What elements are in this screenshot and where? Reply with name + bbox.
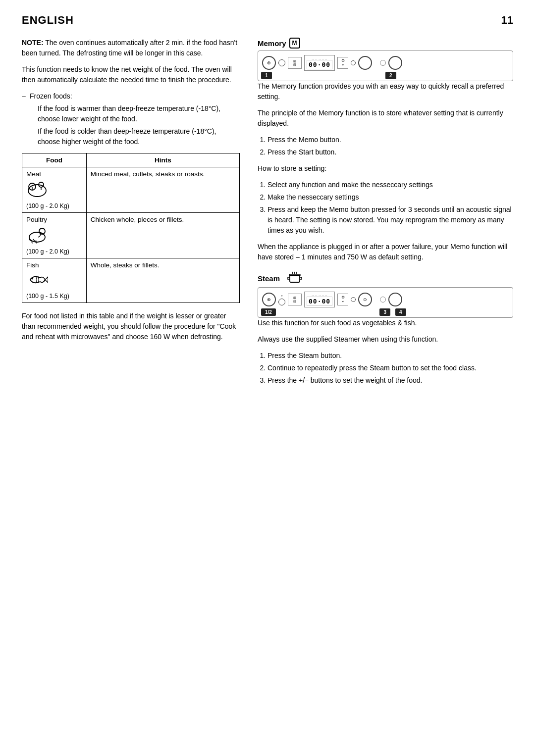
steam-title-row: Steam <box>258 271 513 285</box>
table-row: Poultry (100 g - 2.0 Kg) Chicke <box>22 213 240 258</box>
steam-step-1: Press the Steam button. <box>268 351 513 361</box>
memory-title: Memory <box>258 39 286 48</box>
store-steps: Select any function and make the nessecc… <box>258 180 513 236</box>
steam-settings-box: ⚙ * <box>337 294 348 305</box>
page-title: ENGLISH <box>22 14 74 27</box>
meat-icon <box>26 180 48 199</box>
hints-cell-poultry: Chicken whole, pieces or fillets. <box>86 213 239 258</box>
steam-markers: 1/2 3 4 <box>261 308 510 316</box>
poultry-weight: (100 g - 2.0 Kg) <box>26 248 69 255</box>
steam-knob-4: ⊙ <box>358 293 372 306</box>
steam-desc2: Always use the supplied Steamer when usi… <box>258 334 513 345</box>
poultry-icon <box>26 225 48 244</box>
store-step-1: Select any function and make the nessecc… <box>268 180 513 190</box>
time-value: 00·00 <box>309 61 330 68</box>
steam-knob-1: ⊛ <box>262 293 276 306</box>
food-cell-poultry: Poultry (100 g - 2.0 Kg) <box>22 213 87 258</box>
page-number: 11 <box>501 14 513 27</box>
steam-step-2: Continue to repeatedly press the Steam b… <box>268 363 513 373</box>
steam-grid-box: ⊞ ⊟ <box>288 294 302 305</box>
marker-2: 2 <box>385 72 396 79</box>
steam-knob-2 <box>278 299 285 305</box>
frozen-item-2: If the food is colder than deep-freeze t… <box>30 126 240 147</box>
steam-desc1: Use this function for such food as veget… <box>258 318 513 328</box>
memory-step-1: Press the Memo button. <box>268 135 513 145</box>
left-column: NOTE: The oven continues automatically a… <box>22 38 240 348</box>
footer-note: For food not listed in this table and if… <box>22 311 240 342</box>
knob-6 <box>388 56 402 70</box>
steam-pot-icon <box>286 271 304 285</box>
col-food: Food <box>22 153 87 167</box>
steam-steps: Press the Steam button. Continue to repe… <box>258 351 513 386</box>
table-row: Fish (100 g - 1.5 Kg) Whole, st <box>22 258 240 303</box>
frozen-label: Frozen foods: If the food is warmer than… <box>22 91 240 147</box>
memory-desc1: The Memory function provides you with an… <box>258 81 513 102</box>
food-cell-fish: Fish (100 g - 1.5 Kg) <box>22 258 87 303</box>
memory-steps: Press the Memo button. Press the Start b… <box>258 135 513 157</box>
note-paragraph: NOTE: The oven continues automatically a… <box>22 38 240 58</box>
hints-cell-meat: Minced meat, cutlets, steaks or roasts. <box>86 167 239 213</box>
settings-box: ⚙ * <box>337 57 348 69</box>
steam-marker-2: 3 <box>379 308 390 316</box>
knob-1: ⊛ <box>262 56 276 70</box>
knob-2 <box>278 59 285 66</box>
memory-display: ‥ ‥ ‥ ‥ ‥ 00·00 <box>304 55 335 71</box>
fish-icon <box>26 271 48 289</box>
table-row: Meat (100 g - 2.0 Kg) Minced me <box>22 167 240 213</box>
memory-title-row: Memory M <box>258 38 513 49</box>
food-name-meat: Meat <box>26 170 41 178</box>
svg-point-7 <box>32 278 33 280</box>
store-step-2: Make the nesseccary settings <box>268 192 513 202</box>
steam-knob-5 <box>380 297 386 302</box>
marker-1: 1 <box>261 72 272 79</box>
memory-panel-controls: ⊛ ⊞ ⊟ ‥ ‥ ‥ ‥ ‥ 00·00 <box>261 53 510 72</box>
frozen-item-1: If the food is warmer than deep-freeze t… <box>30 103 240 124</box>
how-to-store: How to store a setting: <box>258 163 513 174</box>
steam-time-display: 00·00 <box>307 297 332 306</box>
power-failure-note: When the appliance is plugged in or afte… <box>258 242 513 262</box>
food-name-fish: Fish <box>26 261 39 269</box>
steam-step-3: Press the +/– buttons to set the weight … <box>268 375 513 386</box>
memory-icon: M <box>289 38 300 49</box>
steam-knob-3 <box>351 297 356 302</box>
weight-intro: This function needs to know the net weig… <box>22 64 240 85</box>
memory-markers: 1 2 <box>261 72 510 79</box>
note-text: The oven continues automatically after 2… <box>22 39 237 57</box>
steam-display: ‥ ‥ ‥ ‥ ‥ 00·00 <box>304 292 335 307</box>
time-display: 00·00 <box>307 60 332 69</box>
steam-section: Steam <box>258 271 513 386</box>
hints-cell-fish: Whole, steaks or fillets. <box>86 258 239 303</box>
memory-section: Memory M ⊛ ⊞ ⊟ <box>258 38 513 262</box>
memory-step-2: Press the Start button. <box>268 147 513 157</box>
food-table: Food Hints Meat <box>22 153 240 303</box>
grid-box: ⊞ ⊟ <box>288 57 302 69</box>
store-step-3: Press and keep the Memo button pressed f… <box>268 204 513 236</box>
memory-desc2: The principle of the Memory function is … <box>258 108 513 129</box>
memory-panel-diagram: ⊛ ⊞ ⊟ ‥ ‥ ‥ ‥ ‥ 00·00 <box>258 50 513 81</box>
steam-knob-6 <box>388 293 402 306</box>
steam-marker-3: 4 <box>395 308 406 316</box>
food-name-poultry: Poultry <box>26 216 47 223</box>
frozen-foods-list: Frozen foods: If the food is warmer than… <box>22 91 240 147</box>
col-hints: Hints <box>86 153 239 167</box>
steam-panel-diagram: ⊛ * ⊞ ⊟ ‥ ‥ <box>258 287 513 318</box>
knob-3 <box>351 60 356 65</box>
steam-title: Steam <box>258 274 280 283</box>
fish-weight: (100 g - 1.5 Kg) <box>26 293 69 300</box>
knob-5 <box>380 60 386 66</box>
svg-rect-8 <box>290 275 300 282</box>
knob-4 <box>358 56 372 70</box>
meat-weight: (100 g - 2.0 Kg) <box>26 202 69 209</box>
right-column: Memory M ⊛ ⊞ ⊟ <box>258 38 513 392</box>
steam-panel-controls: ⊛ * ⊞ ⊟ ‥ ‥ <box>261 290 510 308</box>
steam-knob-2-wrap: * <box>278 294 285 305</box>
note-bold-label: NOTE: <box>22 39 44 47</box>
food-cell-meat: Meat (100 g - 2.0 Kg) <box>22 167 87 213</box>
steam-marker-1: 1/2 <box>261 308 276 316</box>
steam-time-value: 00·00 <box>309 298 330 305</box>
